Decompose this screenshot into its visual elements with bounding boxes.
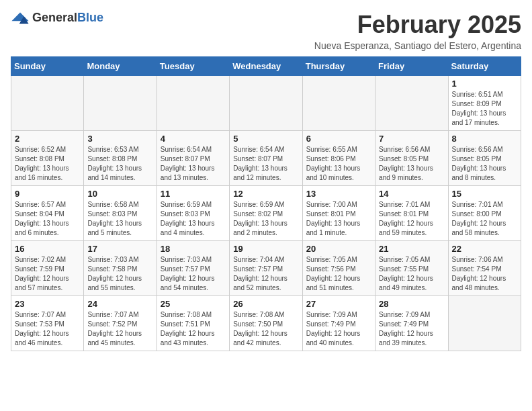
day-number: 10 bbox=[87, 189, 152, 199]
day-number: 3 bbox=[87, 134, 152, 144]
day-number: 19 bbox=[233, 244, 298, 254]
calendar-title: February 2025 bbox=[314, 11, 521, 39]
table-cell: 6Sunrise: 6:55 AM Sunset: 8:06 PM Daylig… bbox=[302, 131, 375, 186]
day-number: 28 bbox=[379, 299, 444, 309]
week-row-3: 16Sunrise: 7:02 AM Sunset: 7:59 PM Dayli… bbox=[11, 241, 521, 296]
table-cell: 15Sunrise: 7:01 AM Sunset: 8:00 PM Dayli… bbox=[448, 186, 521, 241]
day-number: 14 bbox=[379, 189, 444, 199]
col-saturday: Saturday bbox=[448, 57, 521, 76]
day-number: 25 bbox=[161, 299, 226, 309]
table-cell: 21Sunrise: 7:05 AM Sunset: 7:55 PM Dayli… bbox=[375, 241, 448, 296]
logo[interactable]: GeneralBlue bbox=[11, 11, 103, 25]
day-number: 27 bbox=[306, 299, 371, 309]
logo-blue: Blue bbox=[77, 11, 103, 24]
day-number: 1 bbox=[452, 79, 517, 89]
day-info: Sunrise: 6:54 AM Sunset: 8:07 PM Dayligh… bbox=[161, 145, 226, 183]
day-number: 18 bbox=[161, 244, 226, 254]
table-cell bbox=[84, 76, 157, 131]
day-number: 8 bbox=[452, 134, 517, 144]
col-wednesday: Wednesday bbox=[230, 57, 302, 76]
day-info: Sunrise: 7:04 AM Sunset: 7:57 PM Dayligh… bbox=[233, 255, 298, 293]
day-number: 7 bbox=[379, 134, 444, 144]
table-cell: 10Sunrise: 6:58 AM Sunset: 8:03 PM Dayli… bbox=[84, 186, 157, 241]
day-info: Sunrise: 7:07 AM Sunset: 7:53 PM Dayligh… bbox=[15, 310, 80, 348]
day-info: Sunrise: 6:57 AM Sunset: 8:04 PM Dayligh… bbox=[15, 200, 80, 238]
day-info: Sunrise: 6:51 AM Sunset: 8:09 PM Dayligh… bbox=[452, 90, 517, 128]
table-cell bbox=[230, 76, 302, 131]
table-cell bbox=[302, 76, 375, 131]
table-cell: 14Sunrise: 7:01 AM Sunset: 8:01 PM Dayli… bbox=[375, 186, 448, 241]
table-cell bbox=[448, 296, 521, 351]
day-info: Sunrise: 6:56 AM Sunset: 8:05 PM Dayligh… bbox=[452, 145, 517, 183]
table-cell: 22Sunrise: 7:06 AM Sunset: 7:54 PM Dayli… bbox=[448, 241, 521, 296]
svg-marker-0 bbox=[11, 12, 28, 21]
day-info: Sunrise: 6:54 AM Sunset: 8:07 PM Dayligh… bbox=[233, 145, 298, 183]
table-cell: 12Sunrise: 6:59 AM Sunset: 8:02 PM Dayli… bbox=[230, 186, 302, 241]
day-info: Sunrise: 6:56 AM Sunset: 8:05 PM Dayligh… bbox=[379, 145, 444, 183]
day-info: Sunrise: 6:59 AM Sunset: 8:02 PM Dayligh… bbox=[233, 200, 298, 238]
table-cell: 27Sunrise: 7:09 AM Sunset: 7:49 PM Dayli… bbox=[302, 296, 375, 351]
day-number: 15 bbox=[452, 189, 517, 199]
day-info: Sunrise: 7:02 AM Sunset: 7:59 PM Dayligh… bbox=[15, 255, 80, 293]
table-cell: 17Sunrise: 7:03 AM Sunset: 7:58 PM Dayli… bbox=[84, 241, 157, 296]
table-cell bbox=[157, 76, 229, 131]
day-number: 24 bbox=[87, 299, 152, 309]
calendar-header-row: Sunday Monday Tuesday Wednesday Thursday… bbox=[11, 57, 521, 76]
day-number: 11 bbox=[161, 189, 226, 199]
table-cell: 9Sunrise: 6:57 AM Sunset: 8:04 PM Daylig… bbox=[11, 186, 84, 241]
day-number: 6 bbox=[306, 134, 371, 144]
table-cell bbox=[11, 76, 84, 131]
day-info: Sunrise: 7:05 AM Sunset: 7:55 PM Dayligh… bbox=[379, 255, 444, 293]
table-cell: 20Sunrise: 7:05 AM Sunset: 7:56 PM Dayli… bbox=[302, 241, 375, 296]
day-number: 23 bbox=[15, 299, 80, 309]
table-cell: 1Sunrise: 6:51 AM Sunset: 8:09 PM Daylig… bbox=[448, 76, 521, 131]
table-cell: 26Sunrise: 7:08 AM Sunset: 7:50 PM Dayli… bbox=[230, 296, 302, 351]
week-row-0: 1Sunrise: 6:51 AM Sunset: 8:09 PM Daylig… bbox=[11, 76, 521, 131]
week-row-1: 2Sunrise: 6:52 AM Sunset: 8:08 PM Daylig… bbox=[11, 131, 521, 186]
col-monday: Monday bbox=[84, 57, 157, 76]
day-number: 16 bbox=[15, 244, 80, 254]
week-row-2: 9Sunrise: 6:57 AM Sunset: 8:04 PM Daylig… bbox=[11, 186, 521, 241]
day-info: Sunrise: 7:07 AM Sunset: 7:52 PM Dayligh… bbox=[87, 310, 152, 348]
page-header: GeneralBlue February 2025 Nueva Esperanz… bbox=[11, 11, 521, 51]
col-friday: Friday bbox=[375, 57, 448, 76]
table-cell: 23Sunrise: 7:07 AM Sunset: 7:53 PM Dayli… bbox=[11, 296, 84, 351]
day-number: 20 bbox=[306, 244, 371, 254]
day-info: Sunrise: 7:08 AM Sunset: 7:51 PM Dayligh… bbox=[161, 310, 226, 348]
table-cell: 25Sunrise: 7:08 AM Sunset: 7:51 PM Dayli… bbox=[157, 296, 229, 351]
table-cell: 13Sunrise: 7:00 AM Sunset: 8:01 PM Dayli… bbox=[302, 186, 375, 241]
table-cell: 3Sunrise: 6:53 AM Sunset: 8:08 PM Daylig… bbox=[84, 131, 157, 186]
table-cell: 11Sunrise: 6:59 AM Sunset: 8:03 PM Dayli… bbox=[157, 186, 229, 241]
table-cell: 7Sunrise: 6:56 AM Sunset: 8:05 PM Daylig… bbox=[375, 131, 448, 186]
day-info: Sunrise: 7:05 AM Sunset: 7:56 PM Dayligh… bbox=[306, 255, 371, 293]
day-info: Sunrise: 7:09 AM Sunset: 7:49 PM Dayligh… bbox=[306, 310, 371, 348]
day-number: 12 bbox=[233, 189, 298, 199]
day-number: 4 bbox=[161, 134, 226, 144]
calendar-subtitle: Nueva Esperanza, Santiago del Estero, Ar… bbox=[314, 40, 521, 51]
day-number: 17 bbox=[87, 244, 152, 254]
table-cell: 19Sunrise: 7:04 AM Sunset: 7:57 PM Dayli… bbox=[230, 241, 302, 296]
day-number: 9 bbox=[15, 189, 80, 199]
logo-general: General bbox=[32, 11, 77, 24]
day-info: Sunrise: 6:55 AM Sunset: 8:06 PM Dayligh… bbox=[306, 145, 371, 183]
day-info: Sunrise: 6:59 AM Sunset: 8:03 PM Dayligh… bbox=[161, 200, 226, 238]
table-cell: 8Sunrise: 6:56 AM Sunset: 8:05 PM Daylig… bbox=[448, 131, 521, 186]
day-info: Sunrise: 7:01 AM Sunset: 8:00 PM Dayligh… bbox=[452, 200, 517, 238]
day-info: Sunrise: 7:03 AM Sunset: 7:58 PM Dayligh… bbox=[87, 255, 152, 293]
day-info: Sunrise: 7:06 AM Sunset: 7:54 PM Dayligh… bbox=[452, 255, 517, 293]
day-info: Sunrise: 7:01 AM Sunset: 8:01 PM Dayligh… bbox=[379, 200, 444, 238]
day-number: 26 bbox=[233, 299, 298, 309]
title-block: February 2025 Nueva Esperanza, Santiago … bbox=[314, 11, 521, 51]
day-info: Sunrise: 7:00 AM Sunset: 8:01 PM Dayligh… bbox=[306, 200, 371, 238]
logo-icon bbox=[11, 11, 30, 25]
col-sunday: Sunday bbox=[11, 57, 84, 76]
table-cell: 28Sunrise: 7:09 AM Sunset: 7:49 PM Dayli… bbox=[375, 296, 448, 351]
day-number: 21 bbox=[379, 244, 444, 254]
table-cell: 5Sunrise: 6:54 AM Sunset: 8:07 PM Daylig… bbox=[230, 131, 302, 186]
calendar-table: Sunday Monday Tuesday Wednesday Thursday… bbox=[11, 56, 521, 351]
table-cell: 2Sunrise: 6:52 AM Sunset: 8:08 PM Daylig… bbox=[11, 131, 84, 186]
week-row-4: 23Sunrise: 7:07 AM Sunset: 7:53 PM Dayli… bbox=[11, 296, 521, 351]
day-info: Sunrise: 7:08 AM Sunset: 7:50 PM Dayligh… bbox=[233, 310, 298, 348]
day-number: 22 bbox=[452, 244, 517, 254]
day-info: Sunrise: 6:52 AM Sunset: 8:08 PM Dayligh… bbox=[15, 145, 80, 183]
